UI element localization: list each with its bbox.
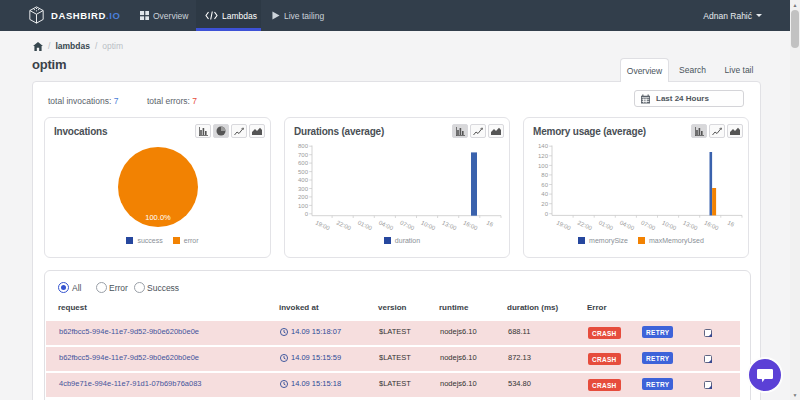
svg-text:0: 0 bbox=[545, 211, 549, 217]
svg-text:40: 40 bbox=[541, 191, 548, 197]
svg-text:100.0%: 100.0% bbox=[145, 213, 171, 222]
svg-text:01:00: 01:00 bbox=[598, 219, 615, 231]
svg-text:80: 80 bbox=[541, 172, 548, 178]
svg-text:500: 500 bbox=[298, 169, 309, 175]
svg-text:10:00: 10:00 bbox=[420, 219, 437, 231]
svg-text:100: 100 bbox=[538, 163, 549, 169]
svg-text:13:00: 13:00 bbox=[682, 219, 699, 231]
svg-text:120: 120 bbox=[538, 153, 549, 159]
svg-text:800: 800 bbox=[298, 143, 309, 149]
svg-text:20: 20 bbox=[541, 201, 548, 207]
svg-text:0: 0 bbox=[305, 211, 309, 217]
svg-text:700: 700 bbox=[298, 152, 309, 158]
svg-text:01:00: 01:00 bbox=[357, 219, 374, 231]
svg-text:04:00: 04:00 bbox=[619, 219, 636, 231]
svg-text:22:00: 22:00 bbox=[577, 219, 594, 231]
svg-text:16: 16 bbox=[727, 219, 736, 228]
svg-text:16:00: 16:00 bbox=[462, 219, 479, 231]
svg-text:140: 140 bbox=[538, 143, 549, 149]
svg-text:16: 16 bbox=[486, 219, 495, 228]
svg-text:600: 600 bbox=[298, 160, 309, 166]
svg-text:100: 100 bbox=[298, 203, 309, 209]
svg-text:400: 400 bbox=[298, 177, 309, 183]
svg-text:200: 200 bbox=[298, 194, 309, 200]
svg-text:16:00: 16:00 bbox=[703, 219, 720, 231]
svg-text:22:00: 22:00 bbox=[336, 219, 353, 231]
svg-text:19:00: 19:00 bbox=[315, 219, 332, 231]
svg-text:60: 60 bbox=[541, 182, 548, 188]
svg-text:13:00: 13:00 bbox=[441, 219, 458, 231]
svg-text:07:00: 07:00 bbox=[399, 219, 416, 231]
svg-text:04:00: 04:00 bbox=[378, 219, 395, 231]
svg-text:07:00: 07:00 bbox=[640, 219, 657, 231]
svg-text:10:00: 10:00 bbox=[661, 219, 678, 231]
svg-text:19:00: 19:00 bbox=[556, 219, 573, 231]
svg-text:300: 300 bbox=[298, 186, 309, 192]
